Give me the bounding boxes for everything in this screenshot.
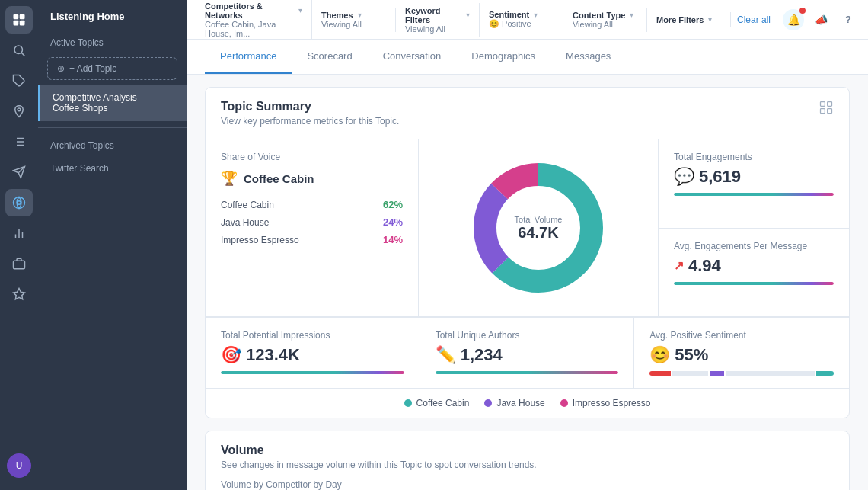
chevron-down-icon: ▾ xyxy=(466,11,470,19)
icon-rail: U xyxy=(0,0,38,490)
filter-keyword[interactable]: Keyword Filters ▾ Viewing All xyxy=(396,3,480,37)
sentiment-bar xyxy=(649,371,834,376)
chat-icon: 💬 xyxy=(674,167,694,187)
notification-badge xyxy=(799,8,806,14)
chart-legend: Coffee Cabin Java House Impresso Espress… xyxy=(206,388,849,418)
chevron-down-icon: ▾ xyxy=(630,11,633,19)
legend-java-house: Java House xyxy=(484,398,544,408)
nav-audio[interactable] xyxy=(5,189,33,216)
svg-rect-26 xyxy=(828,109,832,114)
nav-briefcase[interactable] xyxy=(5,250,33,277)
legend-dot-coffee-cabin xyxy=(404,399,412,407)
svg-marker-22 xyxy=(14,289,25,299)
donut-value: 64.7K xyxy=(515,224,563,242)
authors-cell: Total Unique Authors ✏️ 1,234 xyxy=(420,318,635,388)
total-engagements-label: Total Engagements xyxy=(674,152,834,162)
sov-label: Share of Voice xyxy=(221,152,403,162)
tab-scorecard[interactable]: Scorecard xyxy=(292,40,367,74)
plus-icon: ⊕ xyxy=(57,63,65,74)
svg-rect-24 xyxy=(828,102,832,107)
volume-card: Volume See changes in message volume wit… xyxy=(205,431,850,490)
sidebar-header: Listening Home xyxy=(38,0,187,33)
share-of-voice-panel: Share of Voice 🏆 Coffee Cabin Coffee Cab… xyxy=(206,139,419,316)
card-header: Topic Summary View key performance metri… xyxy=(206,88,849,139)
filter-bar: Competitors & Networks ▾ Coffee Cabin, J… xyxy=(187,0,868,40)
tab-demographics[interactable]: Demographics xyxy=(456,40,550,74)
sidebar: Listening Home Active Topics ⊕ + Add Top… xyxy=(38,0,187,490)
trophy-icon: 🏆 xyxy=(221,170,238,187)
svg-rect-23 xyxy=(821,102,825,107)
svg-rect-0 xyxy=(14,14,19,20)
volume-title: Volume xyxy=(221,444,834,457)
nav-chart[interactable] xyxy=(5,219,33,247)
topic-summary-card: Topic Summary View key performance metri… xyxy=(205,87,850,418)
sov-item-impresso: Impresso Espresso 14% xyxy=(221,234,403,245)
filter-themes[interactable]: Themes ▾ Viewing All xyxy=(312,8,396,32)
tabs-bar: Performance Scorecard Conversation Demog… xyxy=(187,40,868,75)
tab-conversation[interactable]: Conversation xyxy=(368,40,457,74)
engagements-panel: Total Engagements 💬 5,619 Avg. Engagemen… xyxy=(659,139,849,316)
bottom-metrics-row: Total Potential Impressions 🎯 123.4K Tot… xyxy=(206,317,849,388)
svg-point-4 xyxy=(14,46,23,54)
happy-icon: 😊 xyxy=(649,345,670,365)
nav-home[interactable] xyxy=(5,6,33,34)
impressions-cell: Total Potential Impressions 🎯 123.4K xyxy=(206,318,420,388)
main-content: Competitors & Networks ▾ Coffee Cabin, J… xyxy=(187,0,868,490)
card-title: Topic Summary xyxy=(221,100,399,114)
question-icon: ? xyxy=(845,14,851,25)
trend-up-icon: ↗ xyxy=(674,258,684,273)
sentiment-cell: Avg. Positive Sentiment 😊 55% xyxy=(634,318,849,388)
svg-point-17 xyxy=(18,201,21,205)
nav-search[interactable] xyxy=(5,37,33,64)
sidebar-item-twitter[interactable]: Twitter Search xyxy=(38,157,187,180)
nav-tag[interactable] xyxy=(5,67,33,94)
grid-view-icon[interactable] xyxy=(819,100,834,118)
svg-point-7 xyxy=(18,108,21,111)
chevron-down-icon: ▾ xyxy=(534,11,538,19)
chevron-down-icon: ▾ xyxy=(298,6,302,14)
content-area: Topic Summary View key performance metri… xyxy=(187,75,868,490)
notification-bell-button[interactable]: 🔔 xyxy=(783,9,804,30)
card-subtitle: View key performance metrics for this To… xyxy=(221,116,399,127)
legend-dot-java-house xyxy=(484,399,492,407)
sov-winner: 🏆 Coffee Cabin xyxy=(221,170,403,187)
tab-messages[interactable]: Messages xyxy=(550,40,626,74)
avg-engagements-label: Avg. Engagements Per Message xyxy=(674,241,834,251)
sov-item-java-house: Java House 24% xyxy=(221,216,403,228)
avg-engagements-value: ↗ 4.94 xyxy=(674,256,834,276)
tab-performance[interactable]: Performance xyxy=(205,40,292,74)
svg-rect-2 xyxy=(14,21,19,26)
chevron-down-icon: ▾ xyxy=(708,15,712,24)
pencil-icon: ✏️ xyxy=(436,345,456,365)
clear-all-button[interactable]: Clear all xyxy=(731,14,777,25)
filter-competitors[interactable]: Competitors & Networks ▾ Coffee Cabin, J… xyxy=(196,0,312,41)
user-avatar[interactable]: U xyxy=(7,453,31,478)
help-button[interactable]: ? xyxy=(838,9,859,30)
filter-sentiment[interactable]: Sentiment ▾ 😊 Positive xyxy=(480,7,563,32)
add-topic-button[interactable]: ⊕ + Add Topic xyxy=(47,57,177,80)
svg-rect-1 xyxy=(20,14,25,20)
svg-rect-3 xyxy=(20,21,25,26)
legend-coffee-cabin: Coffee Cabin xyxy=(404,398,470,408)
donut-chart: Total Volume 64.7K xyxy=(419,139,659,316)
chevron-down-icon: ▾ xyxy=(358,11,362,19)
megaphone-button[interactable]: 📣 xyxy=(810,9,831,30)
nav-list[interactable] xyxy=(5,128,33,155)
nav-star[interactable] xyxy=(5,280,33,308)
target-icon: 🎯 xyxy=(221,345,241,365)
active-topics-label: Active Topics xyxy=(38,33,187,53)
total-engagements-value: 💬 5,619 xyxy=(674,167,834,187)
legend-dot-impresso xyxy=(560,399,568,407)
archived-topics-label: Archived Topics xyxy=(38,134,187,157)
filter-more[interactable]: More Filters ▾ xyxy=(647,12,731,27)
bell-icon: 🔔 xyxy=(787,14,800,26)
nav-send[interactable] xyxy=(5,159,33,186)
filter-content-type[interactable]: Content Type ▾ Viewing All xyxy=(563,8,647,32)
nav-pin[interactable] xyxy=(5,98,33,125)
donut-label: Total Volume xyxy=(515,215,563,224)
svg-point-16 xyxy=(14,197,25,209)
svg-rect-25 xyxy=(821,109,825,114)
sidebar-divider xyxy=(38,127,187,128)
sov-item-coffee-cabin: Coffee Cabin 62% xyxy=(221,199,403,210)
sidebar-item-competitive-analysis[interactable]: Competitive AnalysisCoffee Shops xyxy=(38,85,187,121)
